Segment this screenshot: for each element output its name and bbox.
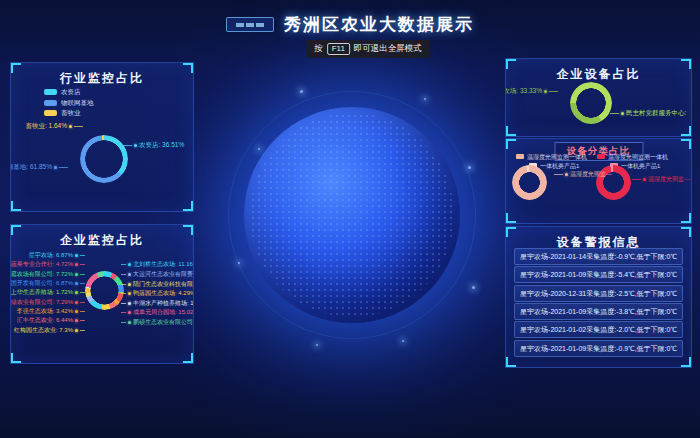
tooltip-text-suffix: 即可退出全屏模式 (354, 43, 422, 55)
panel-corner-accent (11, 225, 21, 235)
panel-industry-monitor: 行业监控占比 农资店物联网基地畜牧业 畜牧业: 1.64%农资店: 36.51%… (10, 62, 194, 212)
chart-callout-label: 大运河生态农业有限责任公 (121, 271, 194, 277)
alarm-text: 星宇农场-2021-01-09采集温度:-0.9℃,低于下限:0℃ (520, 344, 677, 354)
globe-visual (244, 107, 460, 323)
chart-callout-label: 星宇农场: 6.87% (29, 252, 85, 258)
equipment-donut-chart[interactable] (570, 82, 612, 124)
dashboard-root: 秀洲区农业大数据展示 按 F11 即可退出全屏模式 行业监控占比 农资店物联网基… (0, 0, 700, 438)
legend-label: 一体机类产品1 (621, 163, 660, 169)
panel-corner-accent (506, 357, 516, 367)
panel-corner-accent (681, 213, 691, 223)
alarm-row: 星宇农场-2021-01-02采集温度:-2.0℃,低于下限:0℃ (514, 321, 683, 338)
legend-item[interactable]: 温湿度光照监测一体机 (597, 152, 668, 161)
panel-corner-accent (681, 139, 691, 149)
legend-swatch-icon (516, 154, 524, 159)
star-dot (472, 286, 475, 289)
chart-callout-label: 创超蔬菜专业合作社: 4.72% (10, 261, 85, 267)
chart-callout-label: 陆门生态农业科技有限公 (121, 281, 194, 287)
industry-donut-chart[interactable] (80, 135, 128, 183)
alarm-text: 星宇农场-2021-01-02采集温度:-2.0℃,低于下限:0℃ (520, 325, 677, 335)
panel-corner-accent (183, 353, 193, 363)
legend-label: 物联网基地 (61, 100, 94, 107)
panel-title-equipment: 企业设备占比 (506, 59, 691, 83)
panel-corner-accent (183, 63, 193, 73)
legend-label: 农资店 (61, 89, 81, 96)
alarm-row: 星宇农场-2021-01-09采集温度:-3.8℃,低于下限:0℃ (514, 303, 683, 320)
header: 秀洲区农业大数据展示 (0, 13, 700, 36)
panel-corner-accent (681, 59, 691, 69)
panel-enterprise-monitor: 企业监控占比 星宇农场: 6.87%创超蔬菜专业合作社: 4.72%家庭农场有限… (10, 224, 194, 364)
chart-callout-label: 汇丰生态农业: 6.44% (17, 317, 85, 323)
page-title: 秀洲区农业大数据展示 (284, 13, 474, 36)
legend-label: 一体机类产品1 (540, 163, 579, 169)
f11-key-badge: F11 (327, 43, 350, 55)
legend-swatch-icon (44, 100, 57, 106)
chart-callout-label: 上华生态养殖场: 1.72% (11, 289, 85, 295)
legend-label: 温湿度光照监测一体机 (608, 154, 668, 160)
star-dot (238, 262, 240, 264)
legend-swatch-icon (44, 110, 57, 116)
chart-callout-label: 国开发有限公司: 6.87% (11, 280, 85, 286)
alarm-text: 星宇农场-2021-01-09采集温度:-3.8℃,低于下限:0℃ (520, 307, 677, 317)
alarm-text: 星宇农场-2021-01-14采集温度:-0.9℃,低于下限:0℃ (520, 252, 677, 262)
chart-callout-label: 北刘桥生态农场: 11.16% (121, 261, 194, 267)
panel-device-alarms: 设备警报信息 星宇农场-2021-01-14采集温度:-0.9℃,低于下限:0℃… (505, 226, 692, 368)
legend-item[interactable]: 农资店 (44, 87, 94, 98)
device-class-left-donut-chart[interactable] (512, 165, 547, 200)
legend-swatch-icon (597, 154, 605, 159)
panel-corner-accent (11, 63, 21, 73)
panel-corner-accent (11, 201, 21, 211)
panel-corner-accent (11, 353, 21, 363)
chart-callout-label: 中绿农业有限公司: 7.29% (10, 299, 85, 305)
panel-equipment-ratio: 企业设备占比 星宇农场: 33.33%民主村党群服务中心: (505, 58, 692, 137)
fullscreen-exit-tooltip: 按 F11 即可退出全屏模式 (306, 40, 430, 58)
panel-corner-accent (681, 126, 691, 136)
panel-title-enterprise: 企业监控占比 (11, 225, 193, 249)
star-dot (258, 148, 260, 150)
chart-callout-label: 家庭农场有限公司: 7.72% (10, 271, 85, 277)
star-dot (468, 166, 471, 169)
panel-title-industry: 行业监控占比 (11, 63, 193, 87)
panel-corner-accent (506, 227, 516, 237)
star-dot (424, 98, 426, 100)
alarm-text: 星宇农场-2020-12-31采集温度:-2.5℃,低于下限:0℃ (520, 289, 677, 299)
chart-callout-label: 鸭落园生态农场: 4.29% (121, 290, 194, 296)
enterprise-donut-chart[interactable] (85, 271, 124, 310)
legend-label: 温湿度光照监测一体机 (527, 154, 587, 160)
chart-callout-label: 李强生态农场: 3.42% (17, 308, 85, 314)
panel-device-classification: 设备分类占比 温湿度光照监测一体机一体机类产品1 温湿度光照监测一体机一体机类产… (505, 138, 692, 224)
legend-item[interactable]: 畜牧业 (44, 108, 94, 119)
panel-corner-accent (681, 357, 691, 367)
panel-corner-accent (506, 59, 516, 69)
panel-corner-accent (183, 225, 193, 235)
chart-callout-label: 丰湖水产种植养殖场: 1. (121, 300, 194, 306)
tooltip-text-prefix: 按 (314, 43, 323, 55)
chart-callout-label: 成单元周合园地: 15.02% (121, 309, 194, 315)
chart-callout-label: 红梅园生态农业: 7.3% (14, 327, 85, 333)
panel-corner-accent (681, 227, 691, 237)
panel-title-alarms: 设备警报信息 (506, 227, 691, 251)
panel-corner-accent (183, 201, 193, 211)
chart-callout-label: 民主村党群服务中心: (610, 110, 686, 117)
chart-callout-label: 畜牧业: 1.64% (25, 123, 83, 130)
chart-callout-label: 鹏硕生态农业有限公司: 6.87% (121, 319, 194, 325)
legend-item[interactable]: 物联网基地 (44, 98, 94, 109)
panel-corner-accent (506, 213, 516, 223)
star-dot (402, 340, 404, 342)
panel-corner-accent (506, 126, 516, 136)
alarm-row: 星宇农场-2021-01-09采集温度:-0.9℃,低于下限:0℃ (514, 340, 683, 357)
star-dot (300, 90, 303, 93)
device-class-right-donut-chart[interactable] (596, 165, 631, 200)
brand-logo (226, 17, 274, 32)
chart-callout-label: 温湿度光照监— (632, 176, 690, 182)
chart-callout-label: 星宇农场: 33.33% (505, 88, 558, 95)
legend-swatch-icon (44, 89, 57, 95)
alarm-text: 星宇农场-2021-01-09采集温度:-5.4℃,低于下限:0℃ (520, 270, 677, 280)
industry-legend: 农资店物联网基地畜牧业 (44, 87, 94, 119)
alarm-row: 星宇农场-2020-12-31采集温度:-2.5℃,低于下限:0℃ (514, 285, 683, 302)
star-dot (316, 344, 318, 346)
legend-item[interactable]: 温湿度光照监测一体机 (516, 152, 587, 161)
panel-corner-accent (506, 139, 516, 149)
alarm-row: 星宇农场-2021-01-09采集温度:-5.4℃,低于下限:0℃ (514, 266, 683, 283)
legend-label: 畜牧业 (61, 110, 81, 117)
